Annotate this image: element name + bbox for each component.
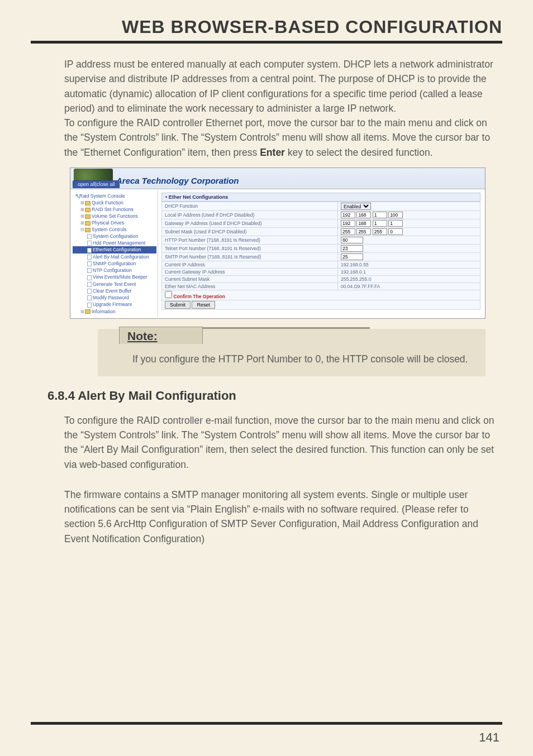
nav-ethernet-config[interactable]: EtherNet Configuration (73, 246, 156, 253)
nav-label: Volume Set Functions (92, 213, 138, 219)
gw-ip-1[interactable] (356, 220, 371, 227)
confirm-label: Confirm The Operation (173, 294, 225, 299)
nav-label: Quick Function (92, 200, 123, 205)
local-ip-3[interactable] (388, 212, 403, 218)
folder-icon (85, 201, 91, 205)
nav-raid-set[interactable]: ⊞RAID Set Functions (73, 206, 156, 213)
confirm-checkbox[interactable] (165, 291, 172, 298)
row-telnet-port: Telnet Port Number (7168..8191 Is Reserv… (162, 244, 480, 252)
page-icon (87, 295, 92, 300)
nav-tree: 🔧Raid System Console ⊞Quick Function ⊞RA… (72, 190, 158, 317)
label-http: HTTP Port Number (7168..8191 Is Reserved… (162, 236, 338, 244)
nav-label: View Events/Mute Beeper (93, 274, 147, 280)
local-ip-0[interactable] (341, 212, 355, 218)
nav-label: Generate Test Event (93, 281, 136, 287)
row-buttons: Submit Reset (162, 300, 480, 309)
mask-3[interactable] (388, 228, 403, 235)
page-icon (87, 248, 92, 253)
gw-ip-0[interactable] (341, 220, 355, 227)
nav-gen-test-event[interactable]: Generate Test Event (73, 281, 156, 288)
nav-information[interactable]: ⊞Information (73, 308, 156, 315)
mask-1[interactable] (356, 228, 371, 235)
row-subnet: Subnet Mask (Used If DHCP Disabled) (162, 227, 480, 236)
nav-label: Clear Event Buffer (93, 288, 131, 294)
ui-body: 🔧Raid System Console ⊞Quick Function ⊞RA… (70, 189, 485, 318)
para1-b-post: key to select the desired function. (285, 147, 433, 158)
nav-label: Physical Drives (92, 220, 124, 226)
nav-label: System Controls (92, 227, 126, 232)
telnet-port-input[interactable] (341, 245, 363, 252)
row-dhcp: DHCP Function Enabled (162, 202, 480, 210)
nav-root-label: Raid System Console (79, 193, 125, 199)
nav-label: Information (92, 309, 116, 314)
http-port-input[interactable] (341, 237, 363, 243)
nav-label: Hdd Power Management (93, 240, 145, 246)
page-icon (87, 282, 92, 287)
page-icon (87, 234, 92, 239)
para1-a: IP address must be entered manually at e… (64, 59, 493, 114)
value-current-ip: 192.168.0.55 (338, 261, 480, 268)
label-current-gw: Current Gateway IP Address (162, 268, 338, 275)
nav-upgrade-firmware[interactable]: Upgrade Firmware (73, 301, 156, 308)
nav-system-controls[interactable]: ⊟System Controls (73, 226, 156, 233)
open-close-all-link[interactable]: open all|close all (73, 180, 120, 188)
gw-ip-2[interactable] (373, 220, 387, 227)
row-current-ip: Current IP Address 192.168.0.55 (162, 261, 480, 268)
local-ip-1[interactable] (356, 212, 371, 218)
smtp-port-input[interactable] (341, 253, 363, 260)
nav-physical-drives[interactable]: ⊞Physical Drives (73, 219, 156, 226)
row-gateway: Gateway IP Address (Used If DHCP Disable… (162, 219, 480, 227)
local-ip-2[interactable] (373, 212, 387, 218)
page-icon (87, 303, 92, 308)
page-icon (87, 275, 92, 280)
title-rule (31, 41, 502, 44)
row-mac: Ether Net MAC Address 00.04.D9.7F.FF.FA (162, 283, 480, 290)
page-title: WEB BROWSER-BASED CONFIGURATION (31, 17, 502, 37)
page-icon (87, 255, 92, 260)
note-title: Note: (119, 327, 203, 344)
submit-button[interactable]: Submit (165, 301, 191, 309)
folder-icon (85, 309, 91, 314)
nav-label: Alert By Mail Configuration (93, 254, 149, 260)
row-local-ip: Local IP Address (Used If DHCP Disabled) (162, 210, 480, 219)
row-confirm: Confirm The Operation (162, 290, 480, 300)
value-current-subnet: 255.255.255.0 (338, 275, 480, 283)
config-table: DHCP Function Enabled Local IP Address (… (161, 202, 480, 310)
row-http-port: HTTP Port Number (7168..8191 Is Reserved… (162, 236, 480, 244)
nav-label: RAID Set Functions (92, 207, 134, 212)
nav-alert-mail[interactable]: Alert By Mail Configuration (73, 253, 156, 260)
nav-clear-buffer[interactable]: Clear Event Buffer (73, 288, 156, 294)
page-icon (87, 289, 92, 294)
paragraph-dhcp: IP address must be entered manually at e… (64, 57, 497, 160)
nav-ntp-config[interactable]: NTP Configuration (73, 267, 156, 274)
paragraph-smtp-manager: The firmware contains a SMTP manager mon… (64, 487, 497, 546)
dhcp-select[interactable]: Enabled (341, 203, 371, 210)
brand-text: Areca Technology Corporation (116, 176, 239, 189)
nav-label: EtherNet Configuration (93, 247, 141, 252)
nav-quick-function[interactable]: ⊞Quick Function (73, 199, 156, 206)
gw-ip-3[interactable] (388, 220, 403, 227)
footer-rule (31, 722, 502, 725)
nav-hdd-power[interactable]: Hdd Power Management (73, 240, 156, 246)
nav-snmp-config[interactable]: SNMP Configuration (73, 260, 156, 267)
reset-button[interactable]: Reset (192, 301, 215, 309)
nav-system-config[interactable]: System Configuration (73, 233, 156, 240)
mask-0[interactable] (341, 228, 355, 235)
nav-modify-password[interactable]: Modify Password (73, 294, 156, 301)
folder-icon (85, 221, 91, 226)
section-heading-684: 6.8.4 Alert By Mail Configuration (47, 389, 502, 403)
nav-label: NTP Configuration (93, 267, 132, 273)
nav-root[interactable]: 🔧Raid System Console (73, 193, 156, 199)
label-gateway: Gateway IP Address (Used If DHCP Disable… (162, 219, 338, 227)
label-telnet: Telnet Port Number (7168..8191 Is Reserv… (162, 244, 338, 252)
nav-view-events[interactable]: View Events/Mute Beeper (73, 274, 156, 280)
mask-2[interactable] (373, 228, 387, 235)
note-box: Note: If you configure the HTTP Port Num… (98, 329, 486, 376)
paragraph-alert-config: To configure the RAID controller e-mail … (64, 413, 497, 472)
nav-label: Modify Password (93, 295, 129, 300)
value-mac: 00.04.D9.7F.FF.FA (338, 283, 480, 290)
ui-main-panel: • Ether Net Configurations DHCP Function… (158, 190, 484, 317)
row-current-subnet: Current Subnet Mask 255.255.255.0 (162, 275, 480, 283)
nav-volume-set[interactable]: ⊞Volume Set Functions (73, 213, 156, 219)
label-smtp: SMTP Port Number (7168..8191 Is Reserved… (162, 252, 338, 261)
